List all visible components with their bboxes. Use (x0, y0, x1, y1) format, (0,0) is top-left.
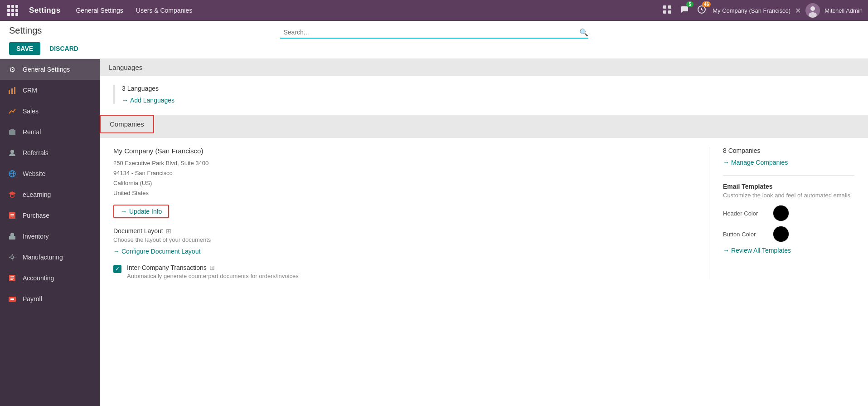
save-button[interactable]: SAVE (9, 42, 40, 55)
button-color-row: Button Color (723, 226, 854, 242)
search-input[interactable] (280, 27, 588, 39)
company-info-left: My Company (San Francisco) 250 Executive… (113, 147, 709, 279)
arrow-icon: → (723, 159, 729, 166)
settings-icon: ⚙ (7, 64, 17, 74)
grid-icon: ⊞ (209, 264, 215, 271)
inventory-icon (7, 231, 17, 241)
svg-point-21 (11, 256, 14, 259)
sidebar-item-accounting[interactable]: Accounting (0, 268, 100, 289)
content-area: Languages 3 Languages → Add Languages Co… (100, 59, 868, 406)
nav-links: General Settings Users & Companies (69, 5, 199, 16)
accounting-icon (7, 273, 17, 283)
nav-link-general-settings[interactable]: General Settings (69, 5, 129, 16)
svg-rect-27 (10, 298, 14, 300)
header-color-picker[interactable] (773, 205, 789, 221)
sidebar-item-elearning[interactable]: eLearning (0, 184, 100, 205)
search-icon[interactable]: 🔍 (579, 28, 588, 37)
sidebar-item-website[interactable]: Website (0, 163, 100, 184)
companies-content: My Company (San Francisco) 250 Executive… (100, 138, 868, 289)
sidebar-item-label: eLearning (23, 191, 51, 198)
update-info-button[interactable]: → Update Info (113, 205, 169, 218)
sidebar-item-purchase[interactable]: Purchase (0, 205, 100, 226)
svg-rect-9 (11, 88, 13, 94)
svg-point-13 (10, 150, 14, 153)
review-all-templates-link[interactable]: → Review All Templates (723, 247, 854, 254)
svg-rect-17 (9, 212, 15, 219)
button-color-picker[interactable] (773, 226, 789, 242)
svg-rect-20 (9, 236, 15, 240)
activity-icon-button[interactable]: 46 (695, 3, 708, 18)
sidebar-item-crm[interactable]: CRM (0, 80, 100, 101)
doc-layout-label: Document Layout (113, 227, 163, 235)
page-title: Settings (9, 25, 42, 36)
companies-header-box: Companies (100, 115, 154, 133)
sidebar: ⚙ General Settings CRM Sales Rental Re (0, 59, 100, 406)
apps-menu-button[interactable] (5, 3, 20, 18)
elearning-icon (7, 190, 17, 200)
app-title: Settings (29, 6, 60, 15)
languages-section-header: Languages (100, 59, 868, 76)
button-color-label: Button Color (723, 231, 768, 238)
languages-section-body: 3 Languages → Add Languages (100, 76, 868, 113)
sidebar-item-inventory[interactable]: Inventory (0, 226, 100, 247)
sidebar-item-label: Referrals (23, 149, 48, 157)
grid-icon-button[interactable] (661, 3, 674, 18)
user-name[interactable]: Mitchell Admin (824, 7, 863, 14)
nav-link-users-companies[interactable]: Users & Companies (130, 5, 199, 16)
sidebar-item-referrals[interactable]: Referrals (0, 142, 100, 163)
arrow-icon: → (723, 247, 729, 254)
crm-icon (7, 85, 17, 95)
activity-badge: 46 (702, 1, 711, 7)
email-templates-desc: Customize the look and feel of automated… (723, 192, 854, 199)
svg-rect-11 (9, 130, 15, 135)
svg-rect-0 (663, 5, 666, 9)
companies-section-wrapper: Companies (100, 115, 868, 138)
svg-rect-12 (10, 129, 14, 131)
page-header: Settings 🔍 SAVE DISCARD (0, 21, 868, 59)
configure-layout-link[interactable]: → Configure Document Layout (113, 248, 200, 255)
svg-point-7 (809, 12, 817, 18)
svg-rect-1 (668, 5, 671, 9)
purchase-icon (7, 210, 17, 220)
sidebar-item-manufacturing[interactable]: Manufacturing (0, 247, 100, 268)
sidebar-item-rental[interactable]: Rental (0, 122, 100, 142)
inter-company-desc: Automatically generate counterpart docum… (127, 273, 299, 279)
manufacturing-icon (7, 252, 17, 262)
svg-rect-3 (668, 10, 671, 14)
add-languages-link[interactable]: → Add Languages (122, 97, 175, 104)
svg-rect-2 (663, 10, 666, 14)
sidebar-item-label: Rental (23, 128, 41, 136)
companies-section-header: Companies (101, 116, 153, 132)
main-layout: ⚙ General Settings CRM Sales Rental Re (0, 59, 868, 406)
inter-company-section: ✓ Inter-Company Transactions ⊞ Automatic… (113, 264, 695, 279)
sidebar-item-sales[interactable]: Sales (0, 101, 100, 122)
company-name[interactable]: My Company (San Francisco) (713, 7, 790, 14)
website-icon (7, 169, 17, 179)
company-name: My Company (San Francisco) (113, 147, 695, 155)
sidebar-item-label: Purchase (23, 212, 49, 219)
toolbar: SAVE DISCARD (9, 42, 859, 55)
email-templates-section: Email Templates Customize the look and f… (723, 175, 854, 254)
chat-icon-button[interactable]: 5 (678, 3, 691, 18)
company-info-right: 8 Companies → Manage Companies Email Tem… (709, 147, 854, 279)
nav-right-area: 5 46 My Company (San Francisco) ✕ Mitche… (661, 3, 863, 18)
arrow-icon: → (121, 208, 127, 215)
arrow-icon: → (122, 97, 128, 104)
sidebar-item-label: CRM (23, 87, 37, 94)
header-color-label: Header Color (723, 210, 768, 217)
manage-companies-link[interactable]: → Manage Companies (723, 159, 854, 166)
sidebar-item-label: Payroll (23, 295, 42, 303)
user-avatar[interactable] (805, 3, 820, 18)
languages-count: 3 Languages (122, 85, 854, 92)
svg-rect-10 (14, 87, 15, 94)
chat-badge: 5 (686, 1, 693, 7)
rental-icon (7, 127, 17, 137)
inter-company-checkbox[interactable]: ✓ (113, 265, 121, 273)
top-navigation: Settings General Settings Users & Compan… (0, 0, 868, 21)
sidebar-item-label: Inventory (23, 233, 49, 240)
sidebar-item-payroll[interactable]: Payroll (0, 289, 100, 309)
sidebar-item-general-settings[interactable]: ⚙ General Settings (0, 59, 100, 80)
close-icon[interactable]: ✕ (795, 6, 801, 15)
svg-rect-8 (9, 90, 10, 94)
discard-button[interactable]: DISCARD (44, 42, 84, 55)
